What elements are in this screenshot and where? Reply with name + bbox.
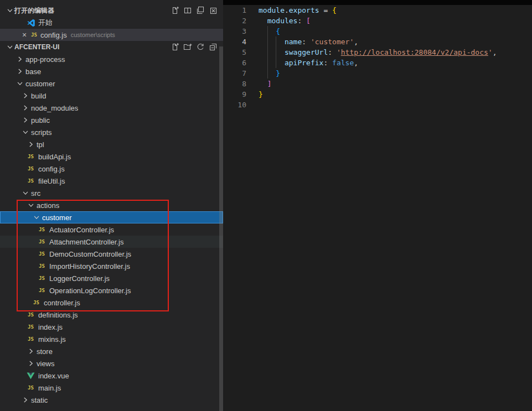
tree-item-label: scripts (31, 128, 52, 137)
code-line[interactable]: 3 { (223, 26, 532, 37)
code-line[interactable]: 7 } (223, 68, 532, 79)
tree-item-label: buildApi.js (38, 153, 71, 161)
tree-item-label: tpl (37, 141, 44, 149)
open-editors-actions (171, 6, 218, 15)
tree-item-label: node_modules (31, 104, 78, 112)
tree-item-democustomcontroller-js[interactable]: JSDemoCustomController.js (0, 248, 223, 260)
tree-item-loggercontroller-js[interactable]: JSLoggerController.js (0, 272, 223, 284)
tree-item-views[interactable]: views (0, 357, 223, 370)
tree-item-mixins-js[interactable]: JSmixins.js (0, 333, 223, 345)
chevron-down-icon (16, 79, 24, 88)
tree-item-index-js[interactable]: JSindex.js (0, 321, 223, 333)
tree-item-operationlogcontroller-js[interactable]: JSOperationLogController.js (0, 284, 223, 296)
code-line[interactable]: 1module.exports = { (223, 5, 532, 15)
tree-item-scripts[interactable]: scripts (0, 126, 223, 138)
split-editor-icon[interactable] (183, 6, 192, 15)
tree-item-label: DemoCustomController.js (49, 250, 131, 258)
close-all-icon[interactable] (209, 6, 218, 15)
tree-item-label: controller.js (44, 299, 80, 307)
tree-item-label: definitions.js (38, 311, 78, 319)
tree-item-src[interactable]: src (0, 187, 223, 199)
code-line-text: name: 'customer', (259, 37, 358, 47)
tree-item-label: store (37, 347, 53, 356)
chevron-down-icon (6, 43, 14, 51)
editor-tab-bar (223, 0, 532, 5)
js-file-icon: JS (38, 275, 46, 281)
js-file-icon: JS (27, 178, 35, 184)
tree-item-definitions-js[interactable]: JSdefinitions.js (0, 309, 223, 321)
chevron-right-icon (21, 91, 30, 100)
new-folder-icon[interactable] (183, 43, 192, 51)
chevron-down-icon (6, 6, 14, 15)
tree-item-label: LoggerController.js (49, 274, 110, 283)
tree-item-base[interactable]: base (0, 65, 223, 77)
tree-item-importhistorycontroller-js[interactable]: JSImportHistoryController.js (0, 260, 223, 272)
tree-item-controller-js[interactable]: JScontroller.js (0, 296, 223, 309)
tree-item-config-js[interactable]: JSconfig.js (0, 163, 223, 175)
js-file-icon: JS (32, 300, 40, 305)
code-line[interactable]: 8 ] (223, 79, 532, 89)
open-editors-title: 打开的编辑器 (14, 6, 54, 15)
open-editor-item-start[interactable]: 开始 (0, 17, 223, 29)
tree-item-actuatorcontroller-js[interactable]: JSActuatorController.js (0, 223, 223, 236)
code-line[interactable]: 10 (223, 100, 532, 110)
js-file-icon: JS (27, 166, 35, 171)
js-file-icon: JS (38, 288, 46, 293)
sidebar-scrollbar[interactable] (219, 46, 223, 411)
tree-item-label: ImportHistoryController.js (49, 262, 130, 270)
code-line-text: swaggerUrl: 'http://localhost:28084/v2/a… (259, 47, 497, 58)
code-line[interactable]: 4 name: 'customer', (223, 37, 532, 47)
code-line[interactable]: 2 modules: [ (223, 15, 532, 26)
tree-item-node-modules[interactable]: node_modules (0, 102, 223, 114)
tree-item-attachmentcontroller-js[interactable]: JSAttachmentController.js (0, 236, 223, 248)
code-line-text: } (259, 68, 280, 79)
code-line[interactable]: 6 apiPrefix: false, (223, 58, 532, 68)
chevron-right-icon (27, 347, 35, 356)
tree-item-fileutil-js[interactable]: JSfileUtil.js (0, 175, 223, 187)
chevron-right-icon (21, 116, 30, 124)
tree-item-tpl[interactable]: tpl (0, 138, 223, 150)
code-line[interactable]: 5 swaggerUrl: 'http://localhost:28084/v2… (223, 47, 532, 58)
code-line-text: } (259, 89, 263, 100)
tree-item-app-process[interactable]: app-process (0, 53, 223, 65)
open-editor-path: customer\scripts (71, 32, 115, 38)
tree-item-label: src (31, 189, 40, 197)
new-file-icon[interactable] (171, 43, 179, 51)
vscode-icon (27, 18, 35, 27)
open-editor-label: config.js (40, 31, 67, 39)
tree-item-public[interactable]: public (0, 114, 223, 126)
tree-item-store[interactable]: store (0, 345, 223, 357)
tree-item-static[interactable]: static (0, 394, 223, 406)
tree-item-actions[interactable]: actions (0, 199, 223, 211)
tree-item-customer[interactable]: customer (0, 77, 223, 90)
save-all-icon[interactable] (196, 6, 205, 15)
explorer-section-header[interactable]: AFCENTER-UI (0, 41, 223, 53)
tree-item-build[interactable]: build (0, 90, 223, 102)
js-file-icon: JS (27, 336, 35, 342)
line-number: 7 (223, 68, 246, 79)
tree-item-main-js[interactable]: JSmain.js (0, 382, 223, 394)
tree-item-customer[interactable]: customer (0, 211, 223, 223)
chevron-down-icon (21, 128, 30, 137)
chevron-right-icon (21, 396, 30, 404)
new-file-icon[interactable] (171, 6, 179, 15)
code-area[interactable]: 1module.exports = {2 modules: [3 {4 name… (223, 5, 532, 110)
open-editors-header[interactable]: 打开的编辑器 (0, 4, 223, 17)
chevron-right-icon (27, 359, 35, 368)
tree-item-label: mixins.js (38, 335, 66, 344)
js-file-icon: JS (38, 227, 46, 232)
close-icon[interactable]: × (20, 30, 29, 39)
line-number: 10 (223, 100, 246, 110)
code-line[interactable]: 9} (223, 89, 532, 100)
tree-item-label: app-process (25, 55, 65, 64)
collapse-all-icon[interactable] (209, 43, 218, 51)
tree-item-buildapi-js[interactable]: JSbuildApi.js (0, 150, 223, 163)
refresh-icon[interactable] (196, 43, 205, 51)
open-editor-item-config[interactable]: × JS config.js customer\scripts (0, 29, 223, 41)
tree-item-index-vue[interactable]: index.vue (0, 370, 223, 382)
chevron-right-icon (27, 140, 35, 149)
js-file-icon: JS (38, 263, 46, 269)
explorer-sidebar: 打开的编辑器 开始 × JS config.js customer\script… (0, 0, 223, 411)
tree-item-label: customer (25, 80, 55, 88)
line-number: 6 (223, 58, 246, 68)
